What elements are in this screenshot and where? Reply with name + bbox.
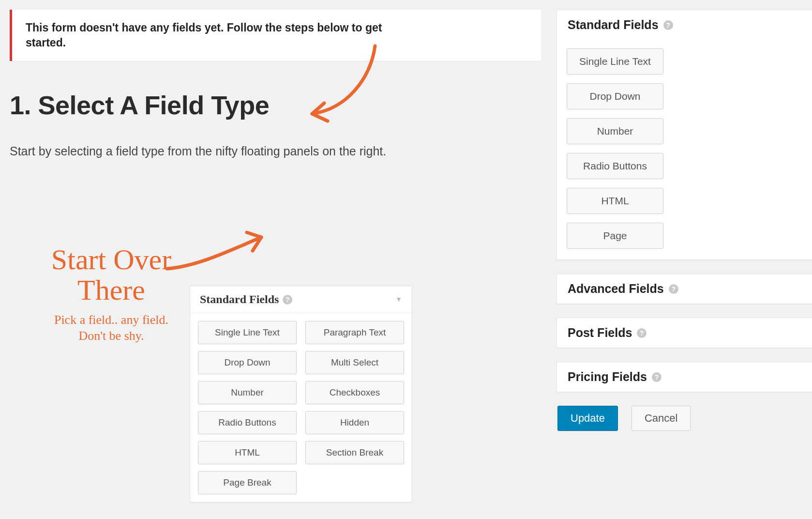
field-type-button[interactable]: Hidden	[305, 411, 404, 434]
field-type-button[interactable]: Checkboxes	[305, 381, 404, 404]
standard-fields-title: Standard Fields	[568, 18, 659, 32]
annotation-sub-1: Pick a field.. any field.	[54, 313, 168, 327]
field-type-button[interactable]: Multi Select	[305, 351, 404, 374]
field-type-button[interactable]: Radio Buttons	[198, 411, 297, 434]
field-type-button[interactable]: Page Break	[198, 471, 297, 494]
field-type-button[interactable]: HTML	[198, 441, 297, 464]
help-icon[interactable]: ?	[669, 284, 678, 294]
help-icon[interactable]: ?	[652, 372, 662, 382]
field-type-button[interactable]: Section Break	[305, 441, 404, 464]
pricing-fields-panel[interactable]: Pricing Fields ?	[556, 362, 812, 392]
help-icon[interactable]: ?	[283, 295, 292, 305]
field-type-button[interactable]: Single Line Text	[198, 321, 297, 344]
demo-panel-title: Standard Fields	[200, 293, 279, 306]
annotation-sub-2: Don't be shy.	[78, 329, 144, 343]
cancel-button[interactable]: Cancel	[632, 406, 691, 431]
demo-panel-header[interactable]: Standard Fields ? ▼	[190, 286, 412, 313]
arrow-icon	[160, 223, 276, 281]
field-type-button[interactable]: Drop Down	[198, 351, 297, 374]
step-description: Start by selecting a field type from the…	[10, 144, 541, 158]
field-type-button[interactable]: Number	[198, 381, 297, 404]
update-button[interactable]: Update	[557, 406, 618, 431]
empty-form-notice: This form doesn't have any fields yet. F…	[10, 10, 541, 61]
field-type-button[interactable]: Paragraph Text	[305, 321, 404, 344]
post-fields-title: Post Fields	[568, 326, 632, 340]
field-type-button[interactable]: Drop Down	[567, 83, 663, 109]
step-heading: 1. Select A Field Type	[10, 90, 541, 120]
help-icon[interactable]: ?	[663, 20, 673, 30]
post-fields-panel[interactable]: Post Fields ?	[556, 318, 812, 348]
pricing-fields-title: Pricing Fields	[568, 370, 647, 384]
field-type-button[interactable]: Number	[567, 118, 663, 144]
standard-fields-header[interactable]: Standard Fields ?	[557, 10, 812, 40]
field-type-button[interactable]: Single Line Text	[567, 48, 663, 75]
field-type-button[interactable]: Page	[567, 223, 663, 249]
chevron-down-icon: ▼	[395, 296, 402, 304]
field-type-button[interactable]: Radio Buttons	[567, 153, 663, 179]
advanced-fields-title: Advanced Fields	[568, 282, 664, 296]
advanced-fields-panel[interactable]: Advanced Fields ?	[556, 274, 812, 304]
form-actions: Update Cancel	[556, 406, 812, 431]
field-type-button[interactable]: HTML	[567, 188, 663, 214]
standard-fields-panel: Standard Fields ? Single Line TextDrop D…	[556, 10, 812, 260]
help-icon[interactable]: ?	[637, 328, 647, 338]
arrow-icon	[298, 41, 385, 128]
demo-standard-fields-panel: Standard Fields ? ▼ Single Line TextPara…	[190, 286, 412, 503]
